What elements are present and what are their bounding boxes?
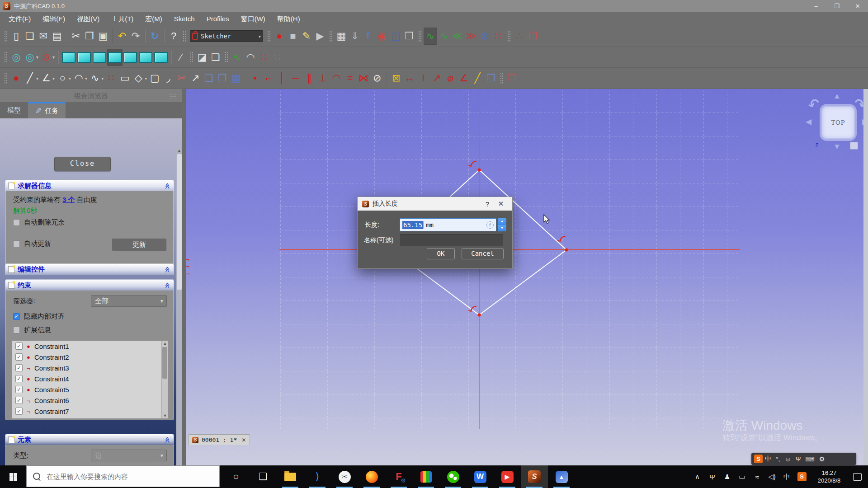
constraint-checkbox[interactable]: ✓ xyxy=(15,408,23,415)
dialog-title-bar[interactable]: S 插入长度 ? ✕ xyxy=(358,197,512,211)
constraint-row[interactable]: ✓●Constraint1 xyxy=(12,341,168,352)
constraint-row[interactable]: ✓●Constraint5 xyxy=(12,384,168,395)
menu-item-文件(F)[interactable]: 文件(F) xyxy=(3,12,37,26)
scroll-down-icon[interactable]: ▼ xyxy=(162,413,168,418)
taskbar-firefox-icon[interactable] xyxy=(358,465,385,488)
create-rectangle-icon[interactable]: ▭ xyxy=(118,70,132,87)
zoom-selection-icon[interactable]: ◎▾ xyxy=(23,49,39,66)
toggle-driving-constraint-icon[interactable]: ❐ xyxy=(505,70,519,87)
start-button[interactable] xyxy=(0,465,26,488)
filter-dropdown[interactable]: 全部 ▼ xyxy=(91,295,167,307)
view-left-icon[interactable] xyxy=(153,49,169,66)
menu-item-Sketch[interactable]: Sketch xyxy=(168,12,201,26)
tray-sogou-icon[interactable]: S xyxy=(794,465,809,488)
sogou-mode-chinese[interactable]: 中 xyxy=(765,455,771,463)
constraint-perpendicular-icon[interactable]: ⊥ xyxy=(316,70,330,87)
solver-section-header[interactable]: 求解器信息 ≪ xyxy=(5,180,174,191)
dof-link[interactable]: 3 个 xyxy=(62,196,75,203)
whats-this-icon[interactable]: ? xyxy=(167,28,180,45)
constraint-distance-icon[interactable]: ↗ xyxy=(430,70,443,87)
mirror-sketch-icon[interactable]: ◫ xyxy=(389,28,402,45)
minimize-button[interactable]: – xyxy=(806,0,826,12)
annotation-plane-icon[interactable]: ❏ xyxy=(209,49,222,66)
construction-mode-icon[interactable]: ▦ xyxy=(229,70,243,87)
extend-edge-icon[interactable]: ↗ xyxy=(189,70,202,87)
tray-expand-icon[interactable]: ∧ xyxy=(690,465,705,488)
close-task-button[interactable]: Close xyxy=(54,157,111,171)
macro-play-icon[interactable]: ▶ xyxy=(313,28,327,45)
maximize-button[interactable]: ❐ xyxy=(826,0,847,12)
taskbar-wechat-icon[interactable] xyxy=(439,465,467,488)
bspline-control-polygon-icon[interactable]: ∿ xyxy=(437,28,451,45)
tab-model[interactable]: 模型 xyxy=(0,102,28,118)
nav-up-icon[interactable]: ▲ xyxy=(833,92,841,101)
constraints-scrollbar[interactable]: ▲ ▼ xyxy=(161,341,168,418)
merge-sketch-icon[interactable]: ❒ xyxy=(402,28,416,45)
rotate-left-icon[interactable]: ↶ xyxy=(806,95,822,113)
tray-battery-icon[interactable]: ▭ xyxy=(735,465,750,488)
reorient-sketch-icon[interactable]: ⇑ xyxy=(362,28,375,45)
constraint-checkbox[interactable]: ✓ xyxy=(15,386,23,393)
cut-icon[interactable]: ✂ xyxy=(69,28,83,45)
menu-item-帮助(H)[interactable]: 帮助(H) xyxy=(271,12,306,26)
collapse-icon[interactable]: ≪ xyxy=(165,436,171,443)
menu-item-宏(M)[interactable]: 宏(M) xyxy=(139,12,168,26)
auto-update-checkbox[interactable] xyxy=(13,240,20,247)
constraint-vertical-icon[interactable]: │ xyxy=(275,70,289,87)
open-file-icon[interactable]: ❏ xyxy=(23,28,37,45)
dropdown-arrow-icon[interactable]: ▾ xyxy=(52,55,55,60)
tray-wifi-icon[interactable]: ≈ xyxy=(750,465,764,488)
tray-ime-icon[interactable]: 中 xyxy=(779,465,794,488)
view-rear-icon[interactable] xyxy=(123,49,138,66)
constraint-coincident-icon[interactable]: • xyxy=(248,70,262,87)
measure-distance-icon[interactable]: ∕ xyxy=(174,49,188,66)
create-polyline-icon[interactable]: ∠▾ xyxy=(39,70,56,87)
collapse-icon[interactable]: ≪ xyxy=(165,266,171,272)
create-arc-icon[interactable]: ◠▾ xyxy=(72,70,88,87)
create-bspline-icon[interactable]: ∿▾ xyxy=(88,70,104,87)
sogou-punctuation[interactable]: °, xyxy=(776,455,780,463)
bspline-comb-icon[interactable]: ≪ xyxy=(451,28,464,45)
insert-knot-icon[interactable]: ∴ xyxy=(513,28,526,45)
taskbar-capcut-icon[interactable]: ✂ xyxy=(331,465,358,488)
macro-stop-icon[interactable]: ■ xyxy=(286,28,300,45)
trim-edge-icon[interactable]: ✂ xyxy=(175,70,189,87)
dropdown-arrow-icon[interactable]: ▾ xyxy=(69,76,71,81)
dropdown-arrow-icon[interactable]: ▾ xyxy=(36,76,38,81)
constraint-horizontal-distance-icon[interactable]: ↔ xyxy=(403,70,416,87)
update-button[interactable]: 更新 xyxy=(112,238,167,251)
combo-view-header[interactable]: 组合浏览器 xyxy=(0,89,182,102)
view-top-icon[interactable] xyxy=(92,49,107,66)
nav-left-icon[interactable]: ◀ xyxy=(806,117,811,127)
paste-icon[interactable]: ▣ xyxy=(96,28,110,45)
view-front-icon[interactable] xyxy=(76,49,92,66)
constraint-vertical-distance-icon[interactable]: I xyxy=(416,70,430,87)
constraint-lock-icon[interactable]: ⊠ xyxy=(389,70,403,87)
bspline-poles-icon[interactable]: ∷ xyxy=(491,28,505,45)
elements-section-header[interactable]: 元素 ≪ xyxy=(5,434,174,445)
create-polygon-icon[interactable]: ◇▾ xyxy=(132,70,148,87)
constraint-horizontal-icon[interactable]: ─ xyxy=(289,70,302,87)
close-window-button[interactable]: ✕ xyxy=(847,0,868,12)
constraint-row[interactable]: ✓⌐Constraint8 xyxy=(12,417,168,419)
taskbar-explorer-icon[interactable] xyxy=(277,465,304,488)
nav-cube-menu-icon[interactable] xyxy=(850,142,858,150)
view-sketch-icon[interactable]: ◠ xyxy=(244,49,257,66)
redo-icon[interactable]: ↷ xyxy=(129,28,142,45)
nav-down-icon[interactable]: ▼ xyxy=(833,142,841,151)
constraint-checkbox[interactable]: ✓ xyxy=(15,418,23,419)
scroll-up-icon[interactable]: ▲ xyxy=(162,341,168,346)
constraint-block-icon[interactable]: ⊘ xyxy=(370,70,384,87)
constraint-tangent-icon[interactable]: ◠ xyxy=(330,70,343,87)
sogou-mic-icon[interactable]: Ψ xyxy=(796,455,801,463)
taskbar-wps-icon[interactable]: W xyxy=(467,465,494,488)
constraint-snell-icon[interactable]: ╱ xyxy=(471,70,484,87)
sketch-vertex[interactable] xyxy=(477,168,481,171)
constraint-point-on-object-icon[interactable]: ⌐ xyxy=(262,70,275,87)
create-line-icon[interactable]: ╱▾ xyxy=(23,70,39,87)
expression-icon[interactable]: ƒ xyxy=(486,221,494,229)
cancel-button[interactable]: Cancel xyxy=(462,248,504,259)
constraint-parallel-icon[interactable]: ∥ xyxy=(302,70,316,87)
print-icon[interactable]: ▤ xyxy=(50,28,64,45)
taskbar-cortana-icon[interactable]: ○ xyxy=(222,465,250,488)
